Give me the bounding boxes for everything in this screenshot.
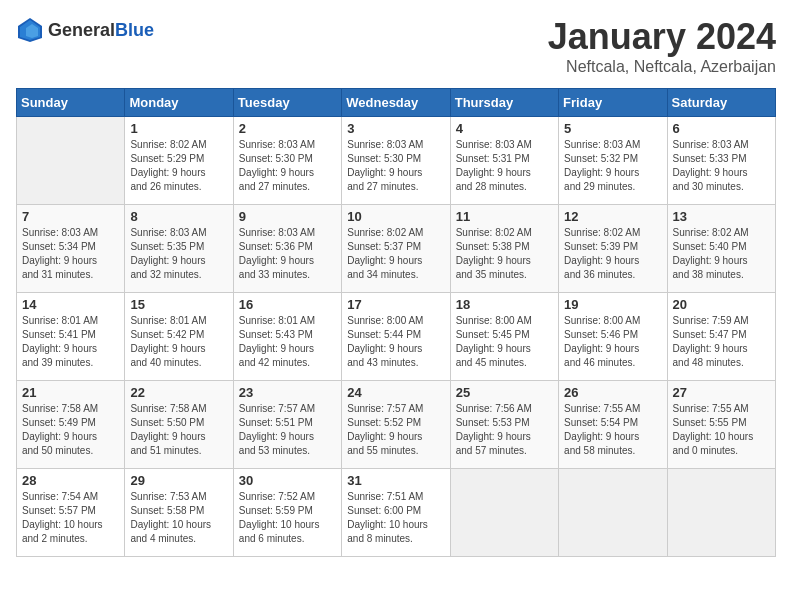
day-info: Sunrise: 8:02 AM Sunset: 5:37 PM Dayligh… xyxy=(347,226,444,282)
day-of-week-header: Sunday xyxy=(17,89,125,117)
calendar-day-cell: 31Sunrise: 7:51 AM Sunset: 6:00 PM Dayli… xyxy=(342,469,450,557)
day-number: 2 xyxy=(239,121,336,136)
calendar-day-cell: 21Sunrise: 7:58 AM Sunset: 5:49 PM Dayli… xyxy=(17,381,125,469)
calendar-day-cell xyxy=(559,469,667,557)
calendar-week-row: 28Sunrise: 7:54 AM Sunset: 5:57 PM Dayli… xyxy=(17,469,776,557)
day-number: 10 xyxy=(347,209,444,224)
day-info: Sunrise: 8:03 AM Sunset: 5:34 PM Dayligh… xyxy=(22,226,119,282)
calendar-week-row: 21Sunrise: 7:58 AM Sunset: 5:49 PM Dayli… xyxy=(17,381,776,469)
day-info: Sunrise: 7:52 AM Sunset: 5:59 PM Dayligh… xyxy=(239,490,336,546)
logo: GeneralBlue xyxy=(16,16,154,44)
calendar-day-cell: 18Sunrise: 8:00 AM Sunset: 5:45 PM Dayli… xyxy=(450,293,558,381)
day-info: Sunrise: 7:57 AM Sunset: 5:52 PM Dayligh… xyxy=(347,402,444,458)
calendar-day-cell: 17Sunrise: 8:00 AM Sunset: 5:44 PM Dayli… xyxy=(342,293,450,381)
calendar-title: January 2024 xyxy=(548,16,776,58)
logo-text: GeneralBlue xyxy=(48,20,154,41)
day-number: 1 xyxy=(130,121,227,136)
day-number: 15 xyxy=(130,297,227,312)
day-number: 3 xyxy=(347,121,444,136)
logo-blue: Blue xyxy=(115,20,154,40)
logo-general: General xyxy=(48,20,115,40)
calendar-day-cell: 26Sunrise: 7:55 AM Sunset: 5:54 PM Dayli… xyxy=(559,381,667,469)
day-info: Sunrise: 8:02 AM Sunset: 5:39 PM Dayligh… xyxy=(564,226,661,282)
day-number: 21 xyxy=(22,385,119,400)
day-info: Sunrise: 8:01 AM Sunset: 5:43 PM Dayligh… xyxy=(239,314,336,370)
day-info: Sunrise: 7:58 AM Sunset: 5:50 PM Dayligh… xyxy=(130,402,227,458)
calendar-day-cell: 28Sunrise: 7:54 AM Sunset: 5:57 PM Dayli… xyxy=(17,469,125,557)
day-number: 18 xyxy=(456,297,553,312)
calendar-day-cell xyxy=(17,117,125,205)
calendar-table: SundayMondayTuesdayWednesdayThursdayFrid… xyxy=(16,88,776,557)
day-number: 16 xyxy=(239,297,336,312)
calendar-day-cell xyxy=(667,469,775,557)
day-info: Sunrise: 8:02 AM Sunset: 5:40 PM Dayligh… xyxy=(673,226,770,282)
calendar-day-cell: 27Sunrise: 7:55 AM Sunset: 5:55 PM Dayli… xyxy=(667,381,775,469)
day-info: Sunrise: 7:58 AM Sunset: 5:49 PM Dayligh… xyxy=(22,402,119,458)
day-of-week-header: Monday xyxy=(125,89,233,117)
calendar-day-cell: 20Sunrise: 7:59 AM Sunset: 5:47 PM Dayli… xyxy=(667,293,775,381)
calendar-subtitle: Neftcala, Neftcala, Azerbaijan xyxy=(548,58,776,76)
day-info: Sunrise: 7:56 AM Sunset: 5:53 PM Dayligh… xyxy=(456,402,553,458)
day-of-week-header: Tuesday xyxy=(233,89,341,117)
calendar-day-cell: 29Sunrise: 7:53 AM Sunset: 5:58 PM Dayli… xyxy=(125,469,233,557)
day-info: Sunrise: 7:57 AM Sunset: 5:51 PM Dayligh… xyxy=(239,402,336,458)
day-number: 30 xyxy=(239,473,336,488)
day-info: Sunrise: 8:03 AM Sunset: 5:31 PM Dayligh… xyxy=(456,138,553,194)
day-info: Sunrise: 8:03 AM Sunset: 5:30 PM Dayligh… xyxy=(239,138,336,194)
day-info: Sunrise: 7:54 AM Sunset: 5:57 PM Dayligh… xyxy=(22,490,119,546)
calendar-week-row: 1Sunrise: 8:02 AM Sunset: 5:29 PM Daylig… xyxy=(17,117,776,205)
day-of-week-header: Saturday xyxy=(667,89,775,117)
calendar-week-row: 7Sunrise: 8:03 AM Sunset: 5:34 PM Daylig… xyxy=(17,205,776,293)
calendar-day-cell: 7Sunrise: 8:03 AM Sunset: 5:34 PM Daylig… xyxy=(17,205,125,293)
day-number: 31 xyxy=(347,473,444,488)
day-number: 14 xyxy=(22,297,119,312)
day-info: Sunrise: 8:02 AM Sunset: 5:38 PM Dayligh… xyxy=(456,226,553,282)
day-info: Sunrise: 8:03 AM Sunset: 5:32 PM Dayligh… xyxy=(564,138,661,194)
calendar-day-cell: 19Sunrise: 8:00 AM Sunset: 5:46 PM Dayli… xyxy=(559,293,667,381)
day-number: 11 xyxy=(456,209,553,224)
calendar-day-cell: 25Sunrise: 7:56 AM Sunset: 5:53 PM Dayli… xyxy=(450,381,558,469)
day-info: Sunrise: 7:51 AM Sunset: 6:00 PM Dayligh… xyxy=(347,490,444,546)
day-number: 29 xyxy=(130,473,227,488)
day-info: Sunrise: 8:01 AM Sunset: 5:42 PM Dayligh… xyxy=(130,314,227,370)
day-number: 27 xyxy=(673,385,770,400)
day-info: Sunrise: 7:53 AM Sunset: 5:58 PM Dayligh… xyxy=(130,490,227,546)
calendar-day-cell: 15Sunrise: 8:01 AM Sunset: 5:42 PM Dayli… xyxy=(125,293,233,381)
calendar-day-cell: 9Sunrise: 8:03 AM Sunset: 5:36 PM Daylig… xyxy=(233,205,341,293)
day-number: 23 xyxy=(239,385,336,400)
calendar-day-cell: 6Sunrise: 8:03 AM Sunset: 5:33 PM Daylig… xyxy=(667,117,775,205)
day-number: 24 xyxy=(347,385,444,400)
calendar-day-cell: 1Sunrise: 8:02 AM Sunset: 5:29 PM Daylig… xyxy=(125,117,233,205)
calendar-day-cell: 4Sunrise: 8:03 AM Sunset: 5:31 PM Daylig… xyxy=(450,117,558,205)
calendar-day-cell: 5Sunrise: 8:03 AM Sunset: 5:32 PM Daylig… xyxy=(559,117,667,205)
day-number: 13 xyxy=(673,209,770,224)
day-info: Sunrise: 8:00 AM Sunset: 5:44 PM Dayligh… xyxy=(347,314,444,370)
day-of-week-header: Friday xyxy=(559,89,667,117)
calendar-day-cell: 10Sunrise: 8:02 AM Sunset: 5:37 PM Dayli… xyxy=(342,205,450,293)
calendar-day-cell: 22Sunrise: 7:58 AM Sunset: 5:50 PM Dayli… xyxy=(125,381,233,469)
day-number: 28 xyxy=(22,473,119,488)
calendar-day-cell: 13Sunrise: 8:02 AM Sunset: 5:40 PM Dayli… xyxy=(667,205,775,293)
day-info: Sunrise: 8:00 AM Sunset: 5:46 PM Dayligh… xyxy=(564,314,661,370)
calendar-day-cell xyxy=(450,469,558,557)
day-info: Sunrise: 8:00 AM Sunset: 5:45 PM Dayligh… xyxy=(456,314,553,370)
day-of-week-header: Wednesday xyxy=(342,89,450,117)
calendar-day-cell: 24Sunrise: 7:57 AM Sunset: 5:52 PM Dayli… xyxy=(342,381,450,469)
day-info: Sunrise: 8:03 AM Sunset: 5:36 PM Dayligh… xyxy=(239,226,336,282)
day-number: 6 xyxy=(673,121,770,136)
calendar-week-row: 14Sunrise: 8:01 AM Sunset: 5:41 PM Dayli… xyxy=(17,293,776,381)
calendar-day-cell: 14Sunrise: 8:01 AM Sunset: 5:41 PM Dayli… xyxy=(17,293,125,381)
logo-icon xyxy=(16,16,44,44)
day-number: 20 xyxy=(673,297,770,312)
title-section: January 2024 Neftcala, Neftcala, Azerbai… xyxy=(548,16,776,76)
day-number: 22 xyxy=(130,385,227,400)
day-info: Sunrise: 8:02 AM Sunset: 5:29 PM Dayligh… xyxy=(130,138,227,194)
calendar-header-row: SundayMondayTuesdayWednesdayThursdayFrid… xyxy=(17,89,776,117)
day-number: 5 xyxy=(564,121,661,136)
day-info: Sunrise: 7:59 AM Sunset: 5:47 PM Dayligh… xyxy=(673,314,770,370)
calendar-day-cell: 11Sunrise: 8:02 AM Sunset: 5:38 PM Dayli… xyxy=(450,205,558,293)
day-info: Sunrise: 8:01 AM Sunset: 5:41 PM Dayligh… xyxy=(22,314,119,370)
day-number: 9 xyxy=(239,209,336,224)
day-number: 4 xyxy=(456,121,553,136)
day-of-week-header: Thursday xyxy=(450,89,558,117)
